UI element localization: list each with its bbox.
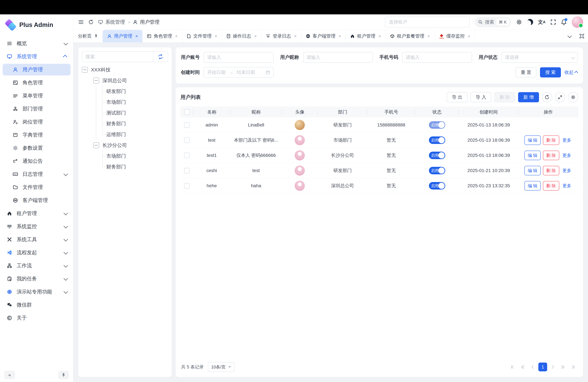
page-size-select[interactable]: 10条/页 [208, 362, 234, 372]
pin-icon[interactable] [94, 34, 98, 38]
sidebar-item-overview[interactable]: 概览 [3, 38, 71, 49]
page-number-current[interactable]: 1 [538, 362, 547, 371]
first-page-button[interactable] [508, 362, 517, 371]
import-button[interactable]: 导 入 [471, 92, 491, 102]
edit-button[interactable]: 编 辑 [525, 151, 541, 160]
edit-button[interactable]: 编 辑 [525, 166, 541, 175]
fullscreen-icon[interactable] [550, 19, 556, 25]
more-button[interactable]: 更多 [562, 166, 572, 175]
sidebar-item-file-mgmt[interactable]: 文件管理 [3, 181, 71, 193]
tree-node-root[interactable]: XXX科技 [82, 64, 168, 75]
tab-tenant-mgmt[interactable]: 租户管理 × [346, 30, 386, 42]
close-icon[interactable]: × [427, 34, 430, 39]
sidebar-item-demo-features[interactable]: 演示站专用功能 [3, 286, 71, 298]
next-page-button[interactable] [548, 362, 557, 371]
tree-node-branch[interactable]: 长沙分公司 [82, 140, 168, 151]
sidebar-collapse-button[interactable]: « [4, 371, 15, 379]
delete-row-button[interactable]: 删 除 [543, 166, 559, 175]
tree-collapse-icon[interactable] [93, 78, 99, 84]
next-5-pages-button[interactable] [559, 362, 567, 371]
sidebar-item-log-mgmt[interactable]: DEV 日志管理 [3, 168, 71, 180]
settings-gear-icon[interactable] [516, 19, 522, 25]
delete-row-button[interactable]: 删 除 [543, 151, 559, 160]
close-icon[interactable]: × [135, 34, 138, 39]
refresh-icon[interactable] [88, 20, 94, 25]
prev-page-button[interactable] [528, 362, 537, 371]
more-button[interactable]: 更多 [562, 181, 572, 190]
user-avatar[interactable] [572, 16, 583, 28]
row-checkbox[interactable] [184, 137, 190, 143]
sidebar-pin-button[interactable] [58, 371, 69, 379]
account-input[interactable] [204, 52, 273, 63]
translate-icon[interactable]: 文A [538, 19, 546, 25]
sidebar-item-sys-monitor[interactable]: 系统监控 [3, 221, 71, 232]
sidebar-item-menu-mgmt[interactable]: 菜单管理 [3, 90, 71, 102]
prev-5-pages-button[interactable] [518, 362, 527, 371]
tenant-select-input[interactable] [385, 17, 470, 27]
last-page-button[interactable] [569, 362, 578, 371]
tree-node-leaf[interactable]: 市场部门 [82, 151, 168, 161]
tree-node-leaf[interactable]: 运维部门 [82, 129, 168, 140]
edit-button[interactable]: 编 辑 [525, 181, 541, 191]
tree-node-leaf[interactable]: 财务部门 [82, 161, 168, 172]
global-search[interactable]: 搜索 ⌘ K [475, 17, 511, 27]
edit-button[interactable]: 编 辑 [525, 135, 541, 145]
row-checkbox[interactable] [184, 168, 190, 173]
tree-node-leaf[interactable]: 财务部门 [82, 118, 168, 129]
tree-refresh-button[interactable] [153, 52, 168, 62]
delete-row-button[interactable]: 删 除 [543, 181, 559, 191]
export-button[interactable]: 导 出 [447, 92, 468, 102]
more-button[interactable]: 更多 [562, 151, 572, 160]
sidebar-item-dict-mgmt[interactable]: 字典管理 [3, 129, 71, 141]
sidebar-item-system-mgmt[interactable]: 系统管理 [3, 51, 71, 63]
breadcrumb-user-mgmt[interactable]: 用户管理 [140, 19, 159, 25]
collapse-filters-link[interactable]: 收起 [565, 69, 578, 75]
table-settings-button[interactable] [568, 92, 578, 102]
reset-button[interactable]: 重 置 [515, 67, 536, 77]
sidebar-item-notice[interactable]: 通知公告 [3, 155, 71, 167]
status-toggle[interactable]: 启用 [429, 152, 445, 159]
tree-collapse-icon[interactable] [82, 67, 88, 73]
delete-button[interactable]: 删 除 [494, 92, 515, 102]
tabs-dropdown-button[interactable] [563, 30, 575, 42]
more-button[interactable]: 更多 [562, 136, 572, 145]
close-icon[interactable]: × [468, 34, 470, 39]
tab-client-mgmt[interactable]: 客户端管理 × [301, 30, 346, 42]
tab-cache-monitor[interactable]: ◆redis 缓存监控 × [435, 30, 475, 42]
close-icon[interactable]: × [378, 34, 381, 39]
status-toggle[interactable]: 启用 [429, 121, 445, 129]
breadcrumb-system[interactable]: 系统管理 [105, 19, 125, 25]
status-toggle[interactable]: 启用 [429, 182, 445, 190]
delete-row-button[interactable]: 删 除 [543, 135, 559, 145]
search-button[interactable]: 搜 索 [540, 67, 561, 77]
notifications-bell-icon[interactable] [561, 19, 567, 25]
tree-collapse-icon[interactable] [93, 142, 99, 148]
row-checkbox[interactable] [184, 183, 190, 189]
tab-analysis[interactable]: 分析页 [73, 30, 103, 42]
select-all-checkbox[interactable] [184, 109, 190, 115]
tab-file-mgmt[interactable]: 文件管理 × [182, 30, 222, 42]
sidebar-item-workflow[interactable]: 工作流 [3, 260, 71, 272]
tree-search-input[interactable] [82, 54, 153, 60]
sidebar-item-my-tasks[interactable]: 我的任务 [3, 273, 71, 285]
sidebar-item-sys-tools[interactable]: 系统工具 [3, 234, 71, 245]
row-checkbox[interactable] [184, 122, 190, 128]
sidebar-item-tenant-mgmt[interactable]: 租户管理 [3, 208, 71, 219]
table-fullscreen-button[interactable] [555, 92, 565, 102]
close-icon[interactable]: × [338, 34, 341, 39]
hamburger-menu-icon[interactable] [78, 20, 84, 24]
status-toggle[interactable]: 启用 [429, 136, 445, 144]
tree-node-branch[interactable]: 深圳总公司 [82, 75, 168, 86]
close-icon[interactable]: × [294, 34, 297, 39]
sidebar-item-wechat-group[interactable]: 微信群 [3, 299, 71, 311]
created-date-range-input[interactable]: 开始日期 → 结束日期 [204, 67, 273, 78]
tab-role-mgmt[interactable]: 角色管理 × [142, 30, 182, 42]
sidebar-item-role-mgmt[interactable]: 角色管理 [3, 77, 71, 88]
sidebar-item-user-mgmt[interactable]: 用户管理 [3, 64, 71, 75]
sidebar-item-params[interactable]: 参数设置 [3, 142, 71, 154]
sidebar-item-client-mgmt[interactable]: 客户端管理 [3, 194, 71, 206]
phone-input[interactable] [402, 52, 472, 63]
tab-user-mgmt[interactable]: 用户管理 × [103, 30, 142, 42]
dark-mode-moon-icon[interactable] [527, 19, 533, 25]
status-select[interactable]: 请选择 [502, 52, 578, 63]
